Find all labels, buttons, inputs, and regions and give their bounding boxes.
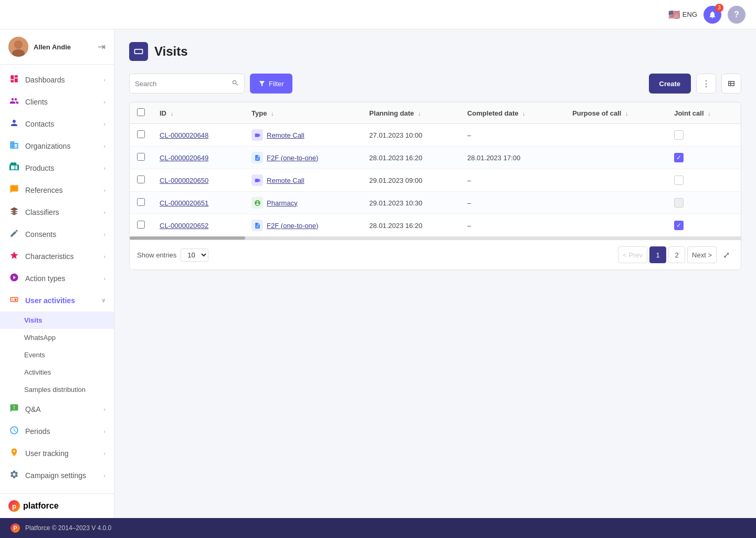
sidebar-item-organizations[interactable]: Organizations › (0, 135, 114, 157)
sidebar-item-activities[interactable]: Activities (0, 364, 114, 381)
clients-icon (8, 96, 20, 108)
row-checkbox-cell[interactable] (130, 214, 152, 237)
joint-call-checked[interactable]: ✓ (674, 221, 684, 230)
col-header-type[interactable]: Type ↓ (244, 102, 362, 124)
footer-text: Platforce © 2014–2023 V 4.0.0 (25, 524, 111, 532)
topbar: 🇺🇸 ENG 3 ? (0, 0, 756, 29)
sidebar-item-user-tracking[interactable]: User tracking › (0, 442, 114, 464)
sidebar-item-characteristics[interactable]: Characteristics › (0, 245, 114, 267)
pagination-controls: < Prev 1 2 Next > ⤢ (618, 246, 733, 263)
chevron-right-icon: › (103, 77, 106, 83)
row-id: CL-0000020648 (152, 124, 244, 147)
row-id-link[interactable]: CL-0000020649 (160, 154, 208, 162)
lang-label: ENG (682, 11, 697, 18)
user-activities-icon (8, 295, 20, 306)
column-settings-button[interactable] (721, 74, 741, 94)
col-header-id[interactable]: ID ↓ (152, 102, 244, 124)
joint-call-gray[interactable] (674, 198, 684, 208)
row-checkbox[interactable] (137, 175, 145, 183)
row-checkbox-cell[interactable] (130, 124, 152, 147)
sidebar-item-action-types[interactable]: Action types › (0, 267, 114, 289)
platforce-p-icon: p (8, 500, 20, 512)
sidebar-item-label: Characteristics (25, 252, 98, 261)
joint-call-checked[interactable]: ✓ (674, 153, 684, 162)
row-checkbox[interactable] (137, 153, 145, 161)
type-link[interactable]: F2F (one-to-one) (267, 222, 318, 230)
notifications-button[interactable]: 3 (704, 6, 721, 24)
row-checkbox-cell[interactable] (130, 192, 152, 214)
row-checkbox[interactable] (137, 198, 145, 206)
select-all-checkbox[interactable] (137, 108, 145, 116)
row-id-link[interactable]: CL-0000020651 (160, 199, 208, 207)
col-header-purpose[interactable]: Purpose of call ↓ (565, 102, 667, 124)
type-link[interactable]: Remote Call (267, 131, 304, 139)
sidebar-item-label: Action types (25, 274, 98, 283)
chevron-right-icon: › (103, 209, 106, 215)
sidebar-item-references[interactable]: References › (0, 179, 114, 201)
search-input[interactable] (135, 80, 227, 88)
sidebar-item-whatsapp[interactable]: WhatsApp (0, 329, 114, 346)
chevron-right-icon: › (103, 253, 106, 260)
row-type: F2F (one-to-one) (244, 214, 362, 237)
language-selector[interactable]: 🇺🇸 ENG (668, 9, 697, 20)
row-joint-call (667, 169, 741, 192)
search-box[interactable] (129, 74, 245, 94)
notification-badge: 3 (715, 4, 723, 12)
sidebar-item-visits[interactable]: Visits (0, 312, 114, 329)
row-id-link[interactable]: CL-0000020650 (160, 177, 208, 184)
entries-select[interactable]: 10 25 50 (181, 249, 208, 262)
sidebar-item-products[interactable]: Products › (0, 157, 114, 179)
table-row: CL-0000020649 F2F (one-to-one) 28.01.202… (130, 147, 741, 169)
page-1-button[interactable]: 1 (649, 246, 666, 263)
sidebar-item-contacts[interactable]: Contacts › (0, 113, 114, 135)
prev-page-button[interactable]: < Prev (618, 246, 647, 263)
row-planning-date: 29.01.2023 09:00 (362, 169, 460, 192)
organizations-icon (8, 140, 20, 152)
sidebar-item-campaign-settings[interactable]: Campaign settings › (0, 464, 114, 487)
row-purpose (565, 169, 667, 192)
col-header-joint-call[interactable]: Joint call ↓ (667, 102, 741, 124)
sidebar-item-samples-distribution[interactable]: Samples distribution (0, 381, 114, 398)
help-button[interactable]: ? (728, 6, 746, 24)
select-all-header[interactable] (130, 102, 152, 124)
sidebar-item-consents[interactable]: Consents › (0, 223, 114, 245)
create-button[interactable]: Create (649, 74, 691, 94)
sidebar-item-user-activities[interactable]: User activities ∧ (0, 289, 114, 312)
row-joint-call: ✓ (667, 147, 741, 169)
main-content: Visits Filter Create ⋮ (114, 29, 756, 518)
joint-call-unchecked[interactable] (674, 175, 684, 185)
table-scrollbar[interactable] (130, 236, 741, 240)
type-link[interactable]: Remote Call (267, 177, 304, 184)
sidebar: Allen Andie ⇥ Dashboards › Clients › (0, 29, 114, 518)
row-planning-date: 28.01.2023 16:20 (362, 147, 460, 169)
type-link[interactable]: Pharmacy (267, 199, 298, 207)
row-checkbox-cell[interactable] (130, 169, 152, 192)
chevron-right-icon: › (103, 187, 106, 193)
sidebar-item-label: Q&A (25, 405, 98, 413)
sidebar-item-dashboards[interactable]: Dashboards › (0, 69, 114, 91)
type-link[interactable]: F2F (one-to-one) (267, 154, 318, 162)
row-id-link[interactable]: CL-0000020652 (160, 222, 208, 230)
joint-call-unchecked[interactable] (674, 130, 684, 140)
logout-button[interactable]: ⇥ (98, 41, 106, 53)
sidebar-item-events[interactable]: Events (0, 346, 114, 364)
next-page-button[interactable]: Next > (687, 246, 717, 263)
sidebar-item-periods[interactable]: Periods › (0, 420, 114, 442)
row-type: Pharmacy (244, 192, 362, 214)
expand-button[interactable]: ⤢ (719, 247, 733, 262)
more-options-button[interactable]: ⋮ (696, 74, 716, 94)
sidebar-item-qa[interactable]: Q&A › (0, 398, 114, 420)
filter-button[interactable]: Filter (250, 74, 292, 94)
chevron-right-icon: › (103, 165, 106, 171)
page-2-button[interactable]: 2 (668, 246, 685, 263)
sidebar-item-label: Dashboards (25, 76, 98, 84)
show-entries-label: Show entries (137, 251, 176, 259)
col-header-planning-date[interactable]: Planning date ↓ (362, 102, 460, 124)
sidebar-item-classifiers[interactable]: Classifiers › (0, 201, 114, 223)
col-header-completed-date[interactable]: Completed date ↓ (460, 102, 565, 124)
row-id-link[interactable]: CL-0000020648 (160, 131, 208, 139)
sidebar-item-clients[interactable]: Clients › (0, 91, 114, 113)
row-checkbox[interactable] (137, 221, 145, 229)
row-checkbox[interactable] (137, 130, 145, 138)
row-checkbox-cell[interactable] (130, 147, 152, 169)
